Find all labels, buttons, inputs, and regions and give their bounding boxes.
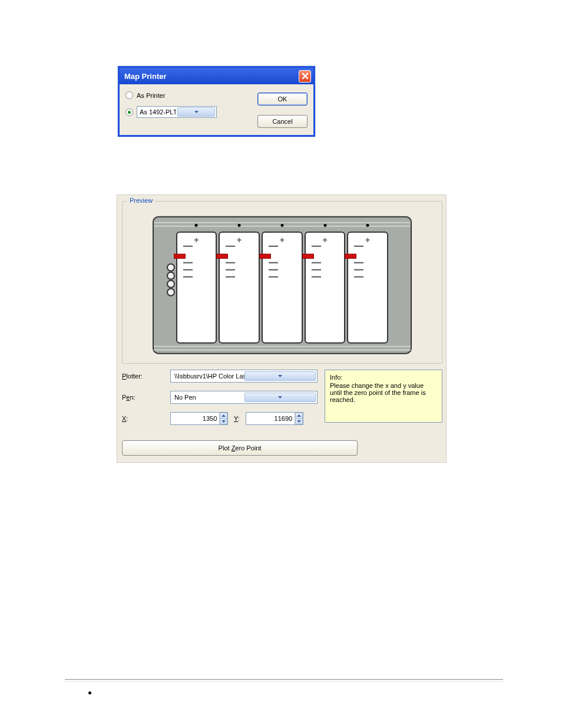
y-label: Y: <box>234 415 240 422</box>
map-printer-dialog: Map Printer As Printer As 1492-PLTKIT Se… <box>118 66 315 137</box>
plotter-label: Plotter: <box>122 373 170 380</box>
preview-groupbox: Preview + <box>122 201 442 364</box>
chevron-down-icon <box>177 107 215 117</box>
plotter-value: \\Isbbusrv1\HP Color LaserJet · <box>174 373 244 380</box>
bullet-icon <box>88 691 91 694</box>
close-icon <box>302 73 309 80</box>
device-combo[interactable]: As 1492-PLTKIT Seri <box>137 106 217 118</box>
chevron-down-icon <box>244 371 316 381</box>
close-button[interactable] <box>299 70 311 83</box>
ok-label: OK <box>278 95 287 103</box>
ok-button[interactable]: OK <box>257 93 308 106</box>
info-title: Info: <box>330 374 437 381</box>
info-text: Please change the x and y value until th… <box>330 382 437 403</box>
spin-down-icon[interactable] <box>295 419 303 425</box>
preview-canvas: + + + <box>153 216 412 354</box>
chevron-down-icon <box>244 393 316 402</box>
pen-combo[interactable]: No Pen <box>170 391 318 404</box>
card-5: + <box>347 232 388 344</box>
x-spinner[interactable] <box>170 412 228 425</box>
radio-as-device-row[interactable]: As 1492-PLTKIT Seri <box>125 106 248 118</box>
plot-zero-point-label: Plot Zero Point <box>219 444 262 452</box>
spin-down-icon[interactable] <box>220 419 227 425</box>
info-box: Info: Please change the x and y value un… <box>325 370 442 423</box>
card-3: + <box>262 232 303 344</box>
y-spin-buttons[interactable] <box>295 413 303 424</box>
plotter-combo[interactable]: \\Isbbusrv1\HP Color LaserJet · <box>170 370 318 383</box>
preview-panel: Preview + <box>117 195 447 463</box>
cancel-button[interactable]: Cancel <box>257 115 308 128</box>
spin-up-icon[interactable] <box>295 413 303 419</box>
card-4: + <box>305 232 346 344</box>
form-grid: Plotter: \\Isbbusrv1\HP Color LaserJet ·… <box>122 370 442 425</box>
card-row: + + + <box>154 232 411 350</box>
horizontal-rule-shadow <box>65 681 503 681</box>
button-column: OK Cancel <box>257 91 308 128</box>
card-1: + <box>176 232 217 344</box>
device-combo-value: As 1492-PLTKIT Seri <box>140 108 176 116</box>
pen-label: Pen: <box>122 394 170 401</box>
cancel-label: Cancel <box>272 118 292 125</box>
y-input[interactable] <box>246 415 295 422</box>
card-2: + <box>219 232 260 344</box>
radio-as-printer[interactable] <box>125 91 133 99</box>
dialog-title: Map Printer <box>124 72 167 81</box>
radio-as-printer-row[interactable]: As Printer <box>125 91 248 99</box>
preview-legend: Preview <box>127 197 155 204</box>
radio-as-printer-label: As Printer <box>137 92 165 99</box>
titlebar[interactable]: Map Printer <box>120 68 313 84</box>
y-spinner[interactable] <box>246 412 303 425</box>
plot-zero-point-button[interactable]: Plot Zero Point <box>122 440 358 456</box>
radio-group: As Printer As 1492-PLTKIT Seri <box>125 91 248 128</box>
x-spin-buttons[interactable] <box>219 413 227 424</box>
xy-row: Y: <box>170 412 318 425</box>
pen-value: No Pen <box>174 394 244 401</box>
x-input[interactable] <box>171 415 219 422</box>
radio-as-device[interactable] <box>125 108 133 116</box>
horizontal-rule <box>65 679 503 680</box>
spin-up-icon[interactable] <box>220 413 227 419</box>
x-label: X: <box>122 415 170 422</box>
dialog-body: As Printer As 1492-PLTKIT Seri OK Cancel <box>120 84 313 135</box>
